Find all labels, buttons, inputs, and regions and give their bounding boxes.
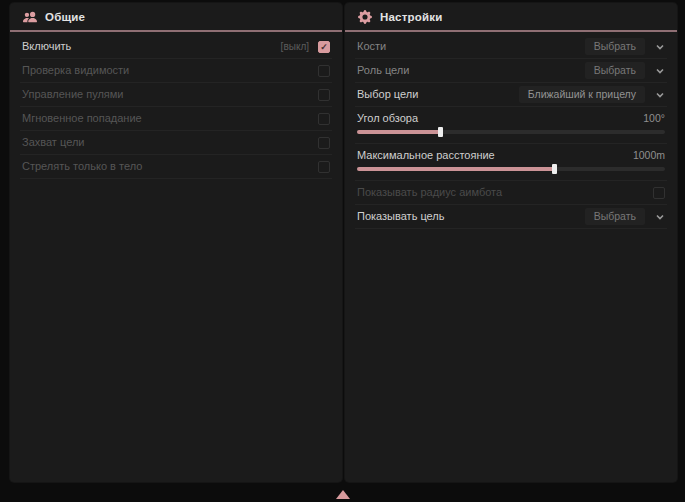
fov-label: Угол обзора <box>357 113 418 124</box>
max-distance-slider-fill <box>357 167 554 171</box>
fov-slider-top: Угол обзора 100° <box>357 112 665 124</box>
show-target-dropdown[interactable]: Выбрать <box>585 208 665 225</box>
row-show-aimbot-radius: Показывать радиус аимбота <box>355 181 667 205</box>
target-role-dropdown[interactable]: Выбрать <box>585 62 665 79</box>
target-role-label: Роль цели <box>357 65 409 76</box>
max-distance-slider[interactable] <box>357 167 665 171</box>
row-max-distance: Максимальное расстояние 1000m <box>355 144 667 181</box>
users-icon <box>23 10 37 24</box>
general-panel: Общие Включить [выкл] Проверка видимости… <box>10 3 342 482</box>
gear-icon <box>358 10 372 24</box>
row-visibility-check: Проверка видимости <box>20 59 332 83</box>
triangle-up-icon[interactable] <box>336 490 350 499</box>
general-panel-header: Общие <box>10 3 342 30</box>
settings-panel-title: Настройки <box>380 11 442 23</box>
max-distance-label: Максимальное расстояние <box>357 150 495 161</box>
row-show-target: Показывать цель Выбрать <box>355 205 667 229</box>
general-rows: Включить [выкл] Проверка видимости Управ… <box>10 32 342 179</box>
row-bullet-control: Управление пулями <box>20 83 332 107</box>
body-only-label: Стрелять только в тело <box>22 161 142 172</box>
enable-label: Включить <box>22 41 71 52</box>
body-only-checkbox[interactable] <box>318 161 330 173</box>
bones-label: Кости <box>357 41 386 52</box>
chevron-down-icon <box>655 90 665 100</box>
target-selection-dropdown-value[interactable]: Ближайший к прицелу <box>519 86 645 103</box>
bullet-control-label: Управление пулями <box>22 89 124 100</box>
row-enable: Включить [выкл] <box>20 35 332 59</box>
chevron-down-icon <box>655 42 665 52</box>
settings-panel: Настройки Кости Выбрать Роль цели Выбрат… <box>345 3 677 482</box>
bullet-control-checkbox[interactable] <box>318 89 330 101</box>
max-distance-slider-thumb[interactable] <box>552 164 557 174</box>
fov-value: 100° <box>643 112 665 124</box>
show-target-label: Показывать цель <box>357 211 445 222</box>
show-aimbot-radius-label: Показывать радиус аимбота <box>357 187 502 198</box>
general-panel-title: Общие <box>45 11 85 23</box>
bones-dropdown[interactable]: Выбрать <box>585 38 665 55</box>
row-fov: Угол обзора 100° <box>355 107 667 144</box>
show-target-dropdown-value[interactable]: Выбрать <box>585 208 645 225</box>
target-selection-dropdown[interactable]: Ближайший к прицелу <box>519 86 665 103</box>
fov-slider[interactable] <box>357 130 665 134</box>
visibility-check-label: Проверка видимости <box>22 65 129 76</box>
enable-checkbox[interactable] <box>318 41 330 53</box>
bones-dropdown-value[interactable]: Выбрать <box>585 38 645 55</box>
max-distance-value: 1000m <box>633 149 665 161</box>
instant-hit-checkbox[interactable] <box>318 113 330 125</box>
visibility-check-checkbox[interactable] <box>318 65 330 77</box>
target-lock-checkbox[interactable] <box>318 137 330 149</box>
settings-rows: Кости Выбрать Роль цели Выбрать Выбор це… <box>345 32 677 229</box>
chevron-down-icon <box>655 66 665 76</box>
show-aimbot-radius-checkbox[interactable] <box>653 187 665 199</box>
max-distance-slider-top: Максимальное расстояние 1000m <box>357 149 665 161</box>
row-target-lock: Захват цели <box>20 131 332 155</box>
target-role-dropdown-value[interactable]: Выбрать <box>585 62 645 79</box>
row-instant-hit: Мгновенное попадание <box>20 107 332 131</box>
target-lock-label: Захват цели <box>22 137 84 148</box>
row-body-only: Стрелять только в тело <box>20 155 332 179</box>
row-target-role: Роль цели Выбрать <box>355 59 667 83</box>
fov-slider-fill <box>357 130 440 134</box>
settings-panel-header: Настройки <box>345 3 677 30</box>
row-target-selection: Выбор цели Ближайший к прицелу <box>355 83 667 107</box>
enable-hotkey-label: [выкл] <box>281 41 309 52</box>
chevron-down-icon <box>655 212 665 222</box>
instant-hit-label: Мгновенное попадание <box>22 113 142 124</box>
fov-slider-thumb[interactable] <box>438 127 443 137</box>
row-bones: Кости Выбрать <box>355 35 667 59</box>
target-selection-label: Выбор цели <box>357 89 418 100</box>
